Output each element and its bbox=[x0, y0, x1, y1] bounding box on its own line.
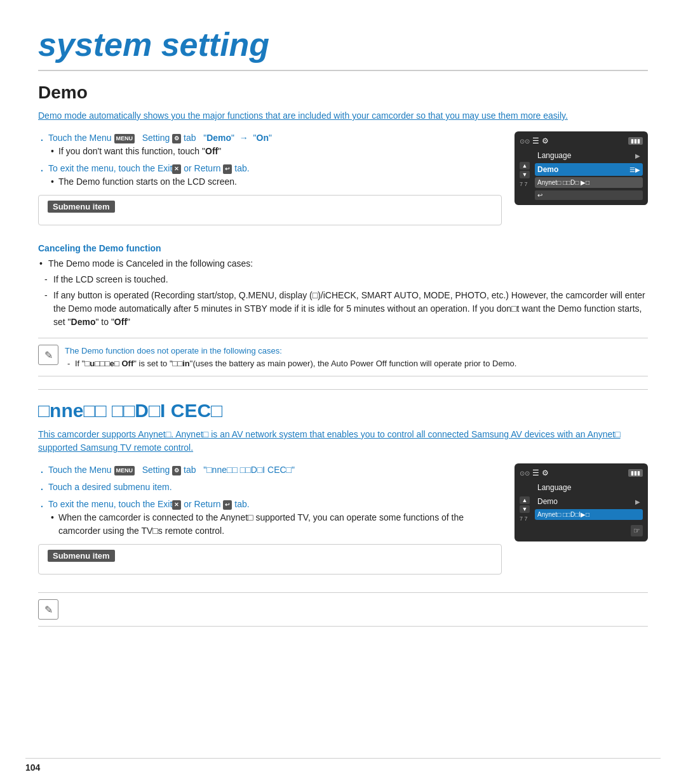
gear-icon-1: ⚙ bbox=[172, 134, 181, 144]
cam-back-btn-1[interactable]: ↩ bbox=[535, 190, 643, 200]
cam-gear-icon-2: ⚙ bbox=[542, 468, 549, 477]
cam-item-anynet-1: Anynet□ □□D□ ▶□ bbox=[535, 177, 643, 188]
anynet-heading: □nne□□ □□D□I CEC□ bbox=[38, 400, 648, 422]
demo-submenu-label: Submenu item bbox=[48, 201, 115, 213]
note-dash-1: If "□u□□□e□ Off" is set to "□□in"(uses t… bbox=[65, 357, 516, 370]
cam-nav-col-1: ▲ ▼ 7 7 bbox=[520, 162, 530, 187]
cam-battery-1: ▮▮▮ bbox=[628, 137, 643, 145]
anynet-submenu-label: Submenu item bbox=[48, 550, 115, 562]
cam-menu-items-1: Language ▶ Demo ☰▶ Anynet□ □□D□ ▶□ ↩ bbox=[535, 149, 643, 200]
page-number: 104 bbox=[25, 762, 40, 773]
demo-intro: Demo mode automatically shows you the ma… bbox=[38, 109, 648, 123]
cam-battery-2: ▮▮▮ bbox=[628, 469, 643, 477]
cam-anynet-label-2: Anynet□ □□D□I▶□ bbox=[537, 511, 589, 518]
menu-icon-1: MENU bbox=[114, 134, 135, 144]
cam-content-row-2: ▲ ▼ 7 7 Language Demo ▶ Anynet□ □□D□I▶□ … bbox=[520, 481, 643, 536]
cam-item-demo-1: Demo ☰▶ bbox=[535, 163, 643, 176]
cam-lang-label-2: Language bbox=[537, 483, 571, 492]
anynet-camera-ui: ⊙⊙ ☰ ⚙ ▮▮▮ ▲ ▼ 7 7 Language Demo ▶ bbox=[514, 463, 648, 541]
cancel-section: Canceling the Demo function The Demo mod… bbox=[38, 243, 648, 329]
page-title: system setting bbox=[38, 25, 648, 71]
cam-up-btn-1[interactable]: ▲ bbox=[520, 162, 530, 169]
cam-back-row-2: ☞ bbox=[535, 522, 643, 536]
cam-demo-label-1: Demo bbox=[537, 165, 558, 174]
cam-back-row-1: ↩ bbox=[535, 190, 643, 200]
exit-icon-1: ✕ bbox=[172, 164, 181, 175]
cam-item-language-2: Language bbox=[535, 481, 643, 494]
cam-menu-sym: ☰ bbox=[532, 136, 539, 145]
cancel-item-2: If any button is operated (Recording sta… bbox=[38, 289, 648, 329]
cam-demo-label-2: Demo bbox=[537, 497, 558, 506]
anynet-step-1: Touch the Menu MENU Setting ⚙ tab "□nne□… bbox=[38, 463, 502, 477]
pencil-icon-2: ✎ bbox=[38, 599, 58, 620]
cam-header-2: ⊙⊙ ☰ ⚙ ▮▮▮ bbox=[520, 468, 643, 477]
anynet-content-block: Touch the Menu MENU Setting ⚙ tab "□nne□… bbox=[38, 463, 648, 583]
cam-menu-sym-2: ☰ bbox=[532, 468, 539, 477]
anynet-note-box: ✎ bbox=[38, 592, 648, 627]
demo-steps-area: Touch the Menu MENU Setting ⚙ tab "Demo"… bbox=[38, 131, 502, 234]
note-bullet-1: The Demo function does not operate in th… bbox=[65, 346, 282, 355]
demo-note-box: ✎ The Demo function does not operate in … bbox=[38, 338, 648, 376]
cancel-list: The Demo mode is Canceled in the followi… bbox=[38, 257, 648, 329]
cam-nav-col-2: ▲ ▼ 7 7 bbox=[520, 496, 530, 522]
anynet-steps-area: Touch the Menu MENU Setting ⚙ tab "□nne□… bbox=[38, 463, 502, 583]
cancel-item-1: If the LCD screen is touched. bbox=[38, 273, 648, 286]
cam-header-1: ⊙⊙ ☰ ⚙ ▮▮▮ bbox=[520, 136, 643, 145]
cam-page-num-1: 7 7 bbox=[520, 181, 530, 187]
return-icon-1: ↩ bbox=[223, 164, 232, 175]
demo-note-text: The Demo function does not operate in th… bbox=[65, 345, 516, 369]
cam-icons-1: ⊙⊙ ☰ ⚙ bbox=[520, 136, 549, 145]
anynet-submenu-box: Submenu item bbox=[38, 544, 502, 575]
demo-heading: Demo bbox=[38, 83, 648, 103]
demo-submenu-box: Submenu item bbox=[38, 195, 502, 225]
menu-icon-2: MENU bbox=[114, 466, 135, 476]
cam-item-demo-2: Demo ▶ bbox=[535, 495, 643, 508]
cam-item-anynet-2: Anynet□ □□D□I▶□ bbox=[535, 509, 643, 520]
pencil-icon-1: ✎ bbox=[38, 345, 58, 365]
anynet-heading-text: □nne□□ □□D□I CEC□ bbox=[38, 400, 222, 421]
bottom-separator bbox=[25, 758, 661, 759]
return-icon-2: ↩ bbox=[223, 500, 232, 510]
cam-icons-2: ⊙⊙ ☰ ⚙ bbox=[520, 468, 549, 477]
demo-camera-ui: ⊙⊙ ☰ ⚙ ▮▮▮ ▲ ▼ 7 7 Language ▶ Demo bbox=[514, 131, 648, 205]
cam-demo-arrow-2: ▶ bbox=[635, 498, 640, 505]
anynet-step-3: To exit the menu, touch the Exit✕ or Ret… bbox=[38, 498, 502, 538]
cam-menu-items-2: Language Demo ▶ Anynet□ □□D□I▶□ ☞ bbox=[535, 481, 643, 536]
demo-step-1-sub: If you don't want this function, touch "… bbox=[48, 145, 502, 158]
cam-demo-arrow-1: ☰▶ bbox=[629, 166, 640, 173]
anynet-step-3-sub: When the camcorder is connected to the A… bbox=[48, 511, 502, 538]
cam-content-row-1: ▲ ▼ 7 7 Language ▶ Demo ☰▶ Anynet□ □□D□ … bbox=[520, 149, 643, 200]
anynet-step-list: Touch the Menu MENU Setting ⚙ tab "□nne□… bbox=[38, 463, 502, 538]
cam-lang-label-1: Language bbox=[537, 151, 571, 160]
cam-gear-icon: ⚙ bbox=[542, 136, 549, 145]
demo-step-list: Touch the Menu MENU Setting ⚙ tab "Demo"… bbox=[38, 131, 502, 189]
anynet-intro: This camcorder supports Anynet□. Anynet□… bbox=[38, 428, 648, 455]
cam-down-btn-1[interactable]: ▼ bbox=[520, 171, 530, 178]
cam-back-btn-2[interactable]: ☞ bbox=[631, 525, 643, 536]
cam-oo-icon-2: ⊙⊙ bbox=[520, 470, 530, 477]
cam-oo-icon: ⊙⊙ bbox=[520, 138, 530, 145]
cam-page-num-2: 7 7 bbox=[520, 515, 530, 522]
cam-item-language-1: Language ▶ bbox=[535, 149, 643, 162]
gear-icon-2: ⚙ bbox=[172, 466, 181, 476]
cam-up-btn-2[interactable]: ▲ bbox=[520, 496, 530, 504]
demo-step-2: To exit the menu, touch the Exit✕ or Ret… bbox=[38, 162, 502, 189]
section-separator bbox=[38, 389, 648, 390]
cam-down-btn-2[interactable]: ▼ bbox=[520, 505, 530, 513]
anynet-step-2: Touch a desired submenu item. bbox=[38, 481, 502, 494]
demo-content-block: Touch the Menu MENU Setting ⚙ tab "Demo"… bbox=[38, 131, 648, 234]
cancel-item-0: The Demo mode is Canceled in the followi… bbox=[38, 257, 648, 270]
exit-icon-2: ✕ bbox=[172, 500, 181, 510]
demo-step-1: Touch the Menu MENU Setting ⚙ tab "Demo"… bbox=[38, 131, 502, 158]
cancel-title: Canceling the Demo function bbox=[38, 243, 648, 253]
cam-anynet-label-1: Anynet□ □□D□ ▶□ bbox=[537, 179, 589, 186]
demo-step-2-sub: The Demo function starts on the LCD scre… bbox=[48, 175, 502, 189]
cam-lang-arrow-1: ▶ bbox=[635, 152, 640, 159]
